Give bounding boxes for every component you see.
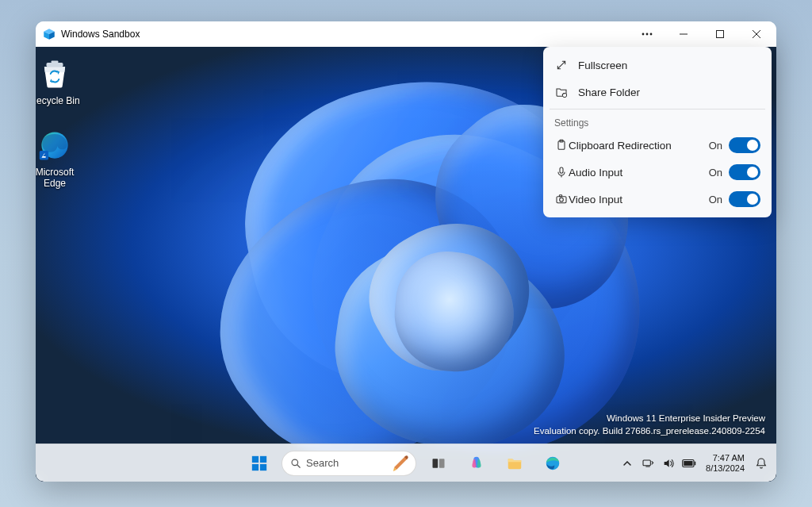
svg-rect-30	[559, 195, 561, 197]
svg-rect-13	[252, 463, 259, 470]
search-placeholder: Search	[306, 457, 339, 469]
search-icon	[290, 458, 301, 469]
minimize-button[interactable]	[665, 21, 702, 47]
desktop-icon-recycle-bin[interactable]: Recycle Bin	[36, 55, 85, 106]
watermark-line2: Evaluation copy. Build 27686.rs_prerelea…	[534, 424, 765, 437]
clipboard-icon	[554, 138, 569, 152]
svg-rect-14	[260, 463, 266, 470]
svg-rect-22	[684, 461, 692, 466]
edge-icon	[36, 126, 74, 164]
svg-rect-12	[260, 455, 266, 462]
guest-taskbar: Search	[36, 444, 776, 482]
taskbar-clock[interactable]: 7:47 AM 8/13/2024	[701, 453, 749, 473]
svg-rect-20	[643, 460, 650, 466]
copilot-button[interactable]	[461, 447, 492, 479]
menu-item-label: Share Folder	[578, 86, 640, 98]
svg-point-2	[650, 33, 653, 36]
app-icon	[42, 27, 56, 41]
taskbar-date: 8/13/2024	[706, 463, 745, 474]
menu-fullscreen[interactable]: Fullscreen	[548, 52, 767, 79]
desktop-icon-edge[interactable]: Microsoft Edge	[36, 126, 85, 189]
menu-divider	[550, 109, 765, 109]
svg-rect-8	[52, 60, 59, 63]
titlebar: Windows Sandbox	[36, 21, 776, 47]
more-menu-flyout: Fullscreen Share Folder Settings Clipboa…	[543, 47, 772, 217]
svg-point-29	[560, 198, 564, 202]
task-view-button[interactable]	[423, 447, 454, 479]
toggle-video[interactable]	[729, 191, 760, 207]
setting-audio-input: Audio Input On	[548, 159, 767, 186]
svg-rect-27	[560, 167, 563, 173]
taskbar-time: 7:47 AM	[706, 453, 745, 463]
toggle-audio[interactable]	[729, 164, 760, 180]
window-title: Windows Sandbox	[61, 29, 140, 40]
menu-item-label: Fullscreen	[578, 60, 627, 71]
edge-taskbar-button[interactable]	[537, 447, 569, 479]
watermark: Windows 11 Enterprise Insider Preview Ev…	[534, 412, 765, 437]
svg-rect-11	[252, 455, 259, 462]
desktop-icon-label: Microsoft Edge	[36, 167, 74, 189]
setting-state: On	[709, 167, 722, 179]
maximize-button[interactable]	[702, 21, 738, 47]
explorer-button[interactable]	[499, 447, 530, 479]
close-button[interactable]	[738, 21, 775, 47]
setting-state: On	[709, 194, 722, 205]
start-button[interactable]	[243, 447, 275, 479]
toggle-clipboard[interactable]	[729, 137, 760, 153]
svg-point-0	[642, 33, 645, 36]
setting-label: Audio Input	[569, 167, 709, 179]
svg-rect-18	[439, 459, 445, 468]
svg-point-1	[646, 33, 649, 36]
svg-rect-23	[695, 461, 696, 465]
tray-battery-icon[interactable]	[680, 447, 698, 479]
tray-notifications-icon[interactable]	[753, 447, 770, 479]
recycle-bin-icon	[36, 55, 74, 93]
menu-settings-header: Settings	[548, 113, 767, 132]
taskbar-search[interactable]: Search	[282, 451, 416, 476]
desktop-icon-label: Recycle Bin	[36, 95, 80, 106]
microphone-icon	[554, 165, 569, 179]
fullscreen-icon	[554, 58, 569, 72]
more-button[interactable]	[629, 21, 665, 47]
tray-chevron-up-icon[interactable]	[619, 447, 636, 479]
setting-label: Clipboard Redirection	[569, 140, 709, 152]
share-folder-icon	[554, 85, 569, 99]
setting-state: On	[709, 140, 722, 152]
svg-line-16	[297, 464, 301, 467]
tray-volume-icon[interactable]	[660, 447, 677, 479]
search-highlight-icon	[391, 453, 413, 474]
camera-icon	[554, 192, 569, 206]
setting-clipboard-redirection: Clipboard Redirection On	[548, 132, 767, 159]
menu-share-folder[interactable]: Share Folder	[548, 79, 767, 106]
svg-rect-10	[40, 151, 48, 159]
tray-network-icon[interactable]	[639, 447, 657, 479]
setting-label: Video Input	[569, 194, 709, 205]
setting-video-input: Video Input On	[548, 186, 767, 213]
svg-rect-4	[717, 31, 724, 38]
svg-rect-17	[433, 459, 439, 468]
watermark-line1: Windows 11 Enterprise Insider Preview	[534, 412, 765, 424]
